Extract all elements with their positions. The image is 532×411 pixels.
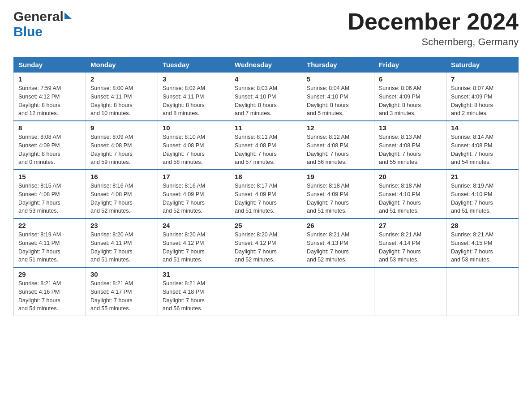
calendar-day-cell: 24Sunrise: 8:20 AMSunset: 4:12 PMDayligh…: [158, 218, 230, 267]
calendar-day-cell: 30Sunrise: 8:21 AMSunset: 4:17 PMDayligh…: [86, 267, 158, 316]
day-info: Sunrise: 8:08 AMSunset: 4:09 PMDaylight:…: [18, 133, 81, 167]
day-info: Sunrise: 8:21 AMSunset: 4:16 PMDaylight:…: [18, 279, 81, 313]
day-info: Sunrise: 8:21 AMSunset: 4:18 PMDaylight:…: [163, 279, 225, 313]
day-info: Sunrise: 8:09 AMSunset: 4:08 PMDaylight:…: [90, 133, 153, 167]
day-info: Sunrise: 8:10 AMSunset: 4:08 PMDaylight:…: [163, 133, 225, 167]
day-number: 9: [90, 124, 153, 132]
day-number: 31: [163, 270, 225, 278]
day-info: Sunrise: 8:20 AMSunset: 4:12 PMDaylight:…: [163, 231, 225, 264]
day-number: 28: [451, 222, 514, 229]
calendar-day-cell: 31Sunrise: 8:21 AMSunset: 4:18 PMDayligh…: [158, 267, 230, 316]
day-number: 23: [90, 222, 153, 229]
calendar-header-row: SundayMondayTuesdayWednesdayThursdayFrid…: [14, 57, 519, 73]
calendar-week-row: 29Sunrise: 8:21 AMSunset: 4:16 PMDayligh…: [14, 267, 519, 316]
day-number: 4: [235, 75, 297, 83]
calendar-week-row: 15Sunrise: 8:15 AMSunset: 4:08 PMDayligh…: [14, 170, 519, 218]
calendar-day-header: Thursday: [302, 57, 374, 73]
calendar-day-header: Friday: [374, 57, 446, 73]
calendar-week-row: 22Sunrise: 8:19 AMSunset: 4:11 PMDayligh…: [14, 218, 519, 267]
logo-general-text: General: [13, 9, 72, 24]
day-info: Sunrise: 8:02 AMSunset: 4:11 PMDaylight:…: [163, 84, 225, 118]
day-number: 27: [379, 222, 442, 229]
day-number: 12: [307, 124, 369, 132]
day-number: 18: [235, 173, 297, 180]
calendar-table: SundayMondayTuesdayWednesdayThursdayFrid…: [13, 57, 519, 316]
calendar-day-cell: 3Sunrise: 8:02 AMSunset: 4:11 PMDaylight…: [158, 73, 230, 121]
day-number: 26: [307, 222, 369, 229]
calendar-day-cell: [446, 267, 519, 316]
day-number: 7: [451, 75, 514, 83]
calendar-day-header: Wednesday: [230, 57, 302, 73]
calendar-day-cell: 6Sunrise: 8:06 AMSunset: 4:09 PMDaylight…: [374, 73, 446, 121]
day-info: Sunrise: 8:06 AMSunset: 4:09 PMDaylight:…: [379, 84, 442, 118]
calendar-day-cell: 2Sunrise: 8:00 AMSunset: 4:11 PMDaylight…: [86, 73, 158, 121]
day-number: 25: [235, 222, 297, 229]
day-info: Sunrise: 8:16 AMSunset: 4:08 PMDaylight:…: [90, 182, 153, 215]
day-info: Sunrise: 8:18 AMSunset: 4:09 PMDaylight:…: [307, 182, 369, 215]
day-info: Sunrise: 8:07 AMSunset: 4:09 PMDaylight:…: [451, 84, 514, 118]
page-header: General Blue December 2024 Schernberg, G…: [13, 9, 519, 48]
day-info: Sunrise: 8:21 AMSunset: 4:15 PMDaylight:…: [451, 231, 514, 264]
calendar-day-cell: 26Sunrise: 8:21 AMSunset: 4:13 PMDayligh…: [302, 218, 374, 267]
calendar-day-cell: 4Sunrise: 8:03 AMSunset: 4:10 PMDaylight…: [230, 73, 302, 121]
day-number: 13: [379, 124, 442, 132]
logo-blue-text: Blue: [13, 24, 43, 39]
calendar-day-cell: 1Sunrise: 7:59 AMSunset: 4:12 PMDaylight…: [14, 73, 86, 121]
day-number: 24: [163, 222, 225, 229]
day-info: Sunrise: 8:21 AMSunset: 4:13 PMDaylight:…: [307, 231, 369, 264]
calendar-day-cell: 17Sunrise: 8:16 AMSunset: 4:09 PMDayligh…: [158, 170, 230, 218]
calendar-day-cell: 21Sunrise: 8:19 AMSunset: 4:10 PMDayligh…: [446, 170, 519, 218]
day-number: 16: [90, 173, 153, 180]
day-info: Sunrise: 8:15 AMSunset: 4:08 PMDaylight:…: [18, 182, 81, 215]
day-info: Sunrise: 8:03 AMSunset: 4:10 PMDaylight:…: [235, 84, 297, 118]
day-info: Sunrise: 8:00 AMSunset: 4:11 PMDaylight:…: [90, 84, 153, 118]
day-info: Sunrise: 8:13 AMSunset: 4:08 PMDaylight:…: [379, 133, 442, 167]
day-number: 8: [18, 124, 81, 132]
day-number: 10: [163, 124, 225, 132]
calendar-day-cell: 11Sunrise: 8:11 AMSunset: 4:08 PMDayligh…: [230, 121, 302, 170]
calendar-day-cell: 28Sunrise: 8:21 AMSunset: 4:15 PMDayligh…: [446, 218, 519, 267]
calendar-day-header: Tuesday: [158, 57, 230, 73]
day-info: Sunrise: 8:20 AMSunset: 4:11 PMDaylight:…: [90, 231, 153, 264]
day-info: Sunrise: 8:18 AMSunset: 4:10 PMDaylight:…: [379, 182, 442, 215]
calendar-day-cell: 7Sunrise: 8:07 AMSunset: 4:09 PMDaylight…: [446, 73, 519, 121]
calendar-day-cell: 8Sunrise: 8:08 AMSunset: 4:09 PMDaylight…: [14, 121, 86, 170]
calendar-day-cell: 27Sunrise: 8:21 AMSunset: 4:14 PMDayligh…: [374, 218, 446, 267]
logo-arrow-icon: [64, 13, 72, 19]
calendar-day-cell: 25Sunrise: 8:20 AMSunset: 4:12 PMDayligh…: [230, 218, 302, 267]
day-number: 11: [235, 124, 297, 132]
day-number: 22: [18, 222, 81, 229]
day-number: 17: [163, 173, 225, 180]
day-info: Sunrise: 8:12 AMSunset: 4:08 PMDaylight:…: [307, 133, 369, 167]
calendar-day-cell: 20Sunrise: 8:18 AMSunset: 4:10 PMDayligh…: [374, 170, 446, 218]
day-number: 19: [307, 173, 369, 180]
calendar-day-header: Sunday: [14, 57, 86, 73]
calendar-day-cell: [374, 267, 446, 316]
calendar-day-cell: 22Sunrise: 8:19 AMSunset: 4:11 PMDayligh…: [14, 218, 86, 267]
calendar-day-cell: [302, 267, 374, 316]
day-number: 14: [451, 124, 514, 132]
calendar-day-cell: 12Sunrise: 8:12 AMSunset: 4:08 PMDayligh…: [302, 121, 374, 170]
calendar-day-cell: 13Sunrise: 8:13 AMSunset: 4:08 PMDayligh…: [374, 121, 446, 170]
day-number: 1: [18, 75, 81, 83]
calendar-day-cell: 16Sunrise: 8:16 AMSunset: 4:08 PMDayligh…: [86, 170, 158, 218]
day-info: Sunrise: 8:16 AMSunset: 4:09 PMDaylight:…: [163, 182, 225, 215]
calendar-week-row: 1Sunrise: 7:59 AMSunset: 4:12 PMDaylight…: [14, 73, 519, 121]
calendar-day-cell: 23Sunrise: 8:20 AMSunset: 4:11 PMDayligh…: [86, 218, 158, 267]
day-info: Sunrise: 8:21 AMSunset: 4:17 PMDaylight:…: [90, 279, 153, 313]
logo: General Blue: [13, 9, 72, 39]
calendar-day-header: Saturday: [446, 57, 519, 73]
day-info: Sunrise: 8:19 AMSunset: 4:11 PMDaylight:…: [18, 231, 81, 264]
day-number: 20: [379, 173, 442, 180]
day-number: 3: [163, 75, 225, 83]
day-number: 21: [451, 173, 514, 180]
day-info: Sunrise: 8:17 AMSunset: 4:09 PMDaylight:…: [235, 182, 297, 215]
calendar-day-header: Monday: [86, 57, 158, 73]
calendar-day-cell: 5Sunrise: 8:04 AMSunset: 4:10 PMDaylight…: [302, 73, 374, 121]
day-info: Sunrise: 8:14 AMSunset: 4:08 PMDaylight:…: [451, 133, 514, 167]
page-subtitle: Schernberg, Germany: [348, 36, 519, 48]
page-title: December 2024: [348, 9, 519, 34]
calendar-day-cell: 10Sunrise: 8:10 AMSunset: 4:08 PMDayligh…: [158, 121, 230, 170]
title-area: December 2024 Schernberg, Germany: [348, 9, 519, 48]
day-info: Sunrise: 8:19 AMSunset: 4:10 PMDaylight:…: [451, 182, 514, 215]
